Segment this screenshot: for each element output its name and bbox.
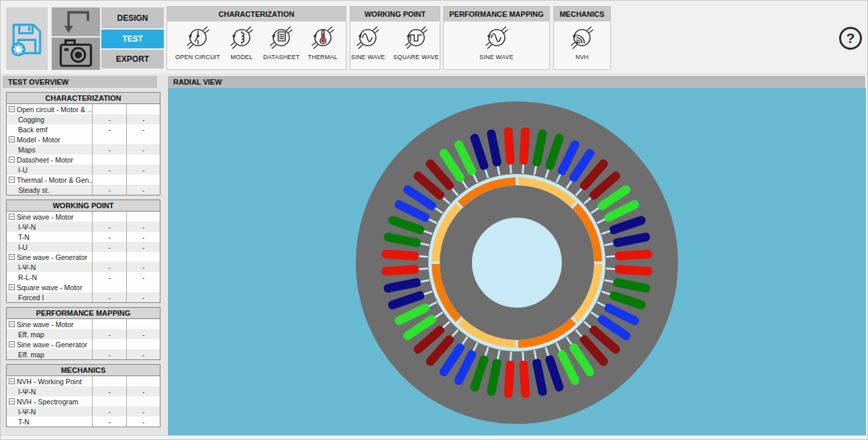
row-value-cell	[92, 376, 126, 386]
test-row[interactable]: I-Ψ-N--	[7, 406, 160, 416]
sidebar-title: TEST OVERVIEW	[8, 78, 68, 86]
screenshot-button[interactable]	[52, 38, 100, 70]
collapse-toggle-icon[interactable]: −	[9, 398, 15, 404]
row-value-cell: -	[126, 292, 160, 302]
model-button[interactable]: MODEL	[228, 24, 255, 60]
collapse-toggle-icon[interactable]: −	[9, 177, 15, 183]
test-row[interactable]: Forced I--	[7, 292, 160, 302]
collapse-toggle-icon[interactable]: −	[9, 136, 15, 142]
test-row[interactable]: Eff. map--	[7, 349, 160, 359]
row-label-cell: −Open circuit - Motor & ...	[7, 104, 92, 114]
test-row[interactable]: I-U--	[7, 165, 160, 175]
row-label: NVH - Spectrogram	[17, 398, 79, 406]
tab-design[interactable]: DESIGN	[101, 7, 164, 28]
test-group-row[interactable]: −Sine wave - Motor	[7, 319, 160, 329]
row-value-cell: -	[126, 114, 160, 124]
thermal-button[interactable]: THERMAL	[307, 24, 337, 60]
panel-body: OPEN CIRCUIT MODEL DATASHEET	[167, 21, 346, 71]
test-group-row[interactable]: −Sine wave - Generator	[7, 252, 160, 262]
row-label-cell: I-Ψ-N	[7, 222, 92, 232]
row-value-cell	[126, 252, 160, 262]
nvh-button[interactable]: NVH	[569, 24, 595, 60]
row-label: I-Ψ-N	[18, 263, 36, 271]
row-label: Open circuit - Motor & ...	[17, 105, 92, 114]
radial-view-canvas[interactable]	[168, 88, 866, 435]
tool-label: THERMAL	[307, 54, 337, 60]
row-label: NVH - Working Point	[17, 378, 82, 386]
row-label: I-Ψ-N	[18, 408, 36, 416]
test-overview-panel: TEST OVERVIEW CHARACTERIZATION−Open circ…	[1, 74, 167, 435]
test-row[interactable]: T-N--	[7, 416, 160, 427]
test-group-row[interactable]: −Datasheet - Motor	[7, 155, 160, 165]
row-label: Model - Motor	[17, 136, 60, 144]
panel-body: SINE WAVE SQUARE WAVE	[350, 21, 440, 71]
sine-wave-button[interactable]: SINE WAVE	[351, 24, 385, 60]
test-row[interactable]: T-N--	[7, 232, 160, 242]
sine-wave-button[interactable]: SINE WAVE	[479, 24, 514, 60]
test-group-row[interactable]: −Square wave - Motor	[7, 282, 160, 292]
row-label: I-U	[18, 243, 28, 251]
row-label-cell: I-U	[7, 242, 92, 252]
table-title: WORKING POINT	[7, 200, 160, 212]
row-value-cell: -	[126, 165, 160, 175]
test-group-row[interactable]: −Open circuit - Motor & ...	[7, 104, 160, 114]
help-button[interactable]: ?	[839, 27, 862, 50]
test-group-row[interactable]: −Thermal - Motor & Gen...	[7, 175, 160, 185]
collapse-toggle-icon[interactable]: −	[9, 378, 15, 384]
row-value-cell: -	[92, 114, 126, 124]
test-group-row[interactable]: −Model - Motor	[7, 134, 160, 144]
app-window: DESIGNTESTEXPORT CHARACTERIZATION OPEN C…	[0, 0, 868, 440]
test-group-row[interactable]: −NVH - Spectrogram	[7, 396, 160, 406]
collapse-toggle-icon[interactable]: −	[9, 284, 15, 290]
test-row[interactable]: Cogging--	[7, 114, 160, 124]
test-row[interactable]: I-Ψ-N--	[7, 262, 160, 272]
row-value-cell: -	[92, 292, 126, 302]
test-row[interactable]: I-U--	[7, 242, 160, 252]
row-value-cell	[126, 282, 160, 292]
datasheet-icon	[268, 24, 295, 54]
test-group-row[interactable]: −Sine wave - Generator	[7, 339, 160, 349]
open-circuit-button[interactable]: OPEN CIRCUIT	[175, 24, 220, 60]
tab-export[interactable]: EXPORT	[101, 50, 164, 69]
test-row[interactable]: R-L-N--	[7, 272, 160, 282]
test-group-row[interactable]: −Sine wave - Motor	[7, 212, 160, 222]
row-label: Sine wave - Motor	[17, 320, 74, 328]
row-value-cell: -	[126, 144, 160, 155]
panel-title: MECHANICS	[554, 7, 610, 21]
save-icon	[6, 18, 48, 60]
row-value-cell	[92, 339, 126, 349]
test-row[interactable]: Eff. map--	[7, 329, 160, 339]
thermal-icon	[309, 24, 336, 54]
row-label-cell: Eff. map	[7, 329, 92, 339]
row-value-cell	[92, 175, 126, 185]
collapse-toggle-icon[interactable]: −	[9, 321, 15, 327]
test-row[interactable]: I-Ψ-N--	[7, 386, 160, 396]
collapse-toggle-icon[interactable]: −	[9, 341, 15, 347]
row-label: Sine wave - Generator	[17, 253, 87, 261]
save-button[interactable]	[6, 7, 48, 70]
row-label: I-U	[18, 166, 28, 174]
collapse-toggle-icon[interactable]: −	[9, 214, 15, 220]
tab-test[interactable]: TEST	[101, 30, 164, 48]
test-row[interactable]: I-Ψ-N--	[7, 222, 160, 232]
test-row[interactable]: Maps--	[7, 144, 160, 155]
row-value-cell: -	[126, 262, 160, 272]
collapse-toggle-icon[interactable]: −	[9, 106, 15, 112]
row-value-cell	[126, 104, 160, 114]
collapse-toggle-icon[interactable]: −	[9, 254, 15, 260]
square-wave-button[interactable]: SQUARE WAVE	[393, 24, 439, 60]
collapse-toggle-icon[interactable]: −	[9, 157, 15, 163]
panel-performance-mapping: PERFORMANCE MAPPING SINE WAVE	[443, 6, 550, 70]
datasheet-button[interactable]: DATASHEET	[263, 24, 299, 60]
row-label: I-Ψ-N	[18, 223, 36, 231]
panel-title: CHARACTERIZATION	[167, 7, 346, 21]
row-value-cell	[92, 319, 126, 329]
row-label: R-L-N	[18, 273, 37, 281]
row-label: I-Ψ-N	[18, 388, 36, 396]
test-group-row[interactable]: −NVH - Working Point	[7, 376, 160, 386]
row-label-cell: −NVH - Working Point	[7, 376, 92, 386]
test-row[interactable]: Steady st.--	[7, 185, 160, 195]
panel-title: WORKING POINT	[350, 7, 440, 21]
table-title: PERFORMANCE MAPPING	[7, 308, 160, 319]
test-row[interactable]: Back emf--	[7, 124, 160, 134]
